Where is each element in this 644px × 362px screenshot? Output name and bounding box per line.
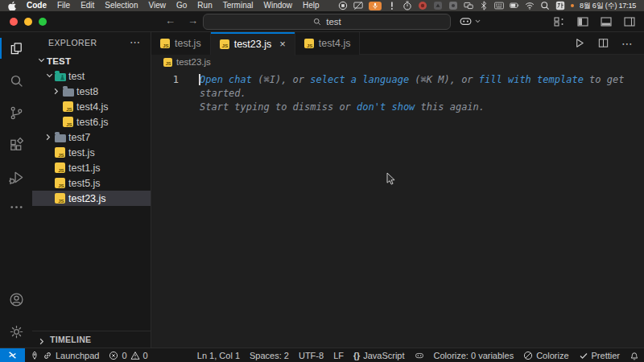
timer-icon[interactable] <box>402 1 412 10</box>
more-actions-icon[interactable]: ⋯ <box>621 37 634 50</box>
tree-item-test[interactable]: test <box>32 68 151 84</box>
tree-item-test8[interactable]: test8 <box>32 84 151 99</box>
tree-item-test.js[interactable]: test.js <box>32 145 151 160</box>
wifi-icon[interactable] <box>525 1 535 10</box>
bluetooth-icon[interactable] <box>479 1 489 10</box>
menu-item-selection[interactable]: Selection <box>105 1 138 10</box>
status-problems[interactable]: 00 <box>104 348 152 362</box>
run-icon[interactable] <box>573 37 585 49</box>
timeline-section-header[interactable]: TIMELINE <box>32 331 151 348</box>
close-icon[interactable]: × <box>279 39 286 49</box>
window-icon[interactable] <box>464 1 473 10</box>
navigate-back-button[interactable]: ← <box>165 14 175 27</box>
ghost-link[interactable]: select a language <box>310 74 409 85</box>
ghost-link[interactable]: Open chat <box>200 74 252 85</box>
activity-extensions[interactable] <box>0 129 32 161</box>
toggle-panel-icon[interactable] <box>600 15 613 28</box>
explorer-more-actions-button[interactable]: ⋯ <box>130 39 141 46</box>
minimize-window-button[interactable] <box>24 18 32 26</box>
copilot-icon <box>459 14 473 28</box>
line-number: 1 <box>151 73 179 87</box>
zoom-window-button[interactable] <box>39 18 47 26</box>
gear-icon <box>8 323 25 340</box>
tree-item-test1.js[interactable]: test1.js <box>32 160 151 175</box>
status-colorize[interactable]: Colorize <box>518 348 573 362</box>
tree-item-TEST[interactable]: TEST <box>32 53 151 68</box>
ghost-link[interactable]: don't show <box>357 101 415 113</box>
navigate-forward-button[interactable]: → <box>188 14 198 27</box>
toggle-primary-sidebar-icon[interactable] <box>576 15 589 28</box>
activity-source-control[interactable] <box>0 97 32 129</box>
status-copilot-status[interactable] <box>410 348 429 362</box>
ghost-link[interactable]: fill with template <box>479 74 584 85</box>
status-remote-indicator[interactable] <box>0 348 25 362</box>
menu-item-code[interactable]: Code <box>27 1 47 10</box>
status-encoding[interactable]: UTF-8 <box>294 348 328 362</box>
tree-item-label: test6.js <box>76 117 109 128</box>
split-editor-icon[interactable] <box>597 37 609 49</box>
activity-more-views[interactable] <box>0 193 32 220</box>
activity-run-debug[interactable] <box>0 161 32 193</box>
status-eol[interactable]: LF <box>328 348 349 362</box>
ghost-text: started. <box>200 88 246 99</box>
tree-item-test6.js[interactable]: test6.js <box>32 114 151 130</box>
tab-test23.js[interactable]: test23.js× <box>211 32 295 56</box>
keyboard-icon[interactable] <box>494 1 504 10</box>
menu-item-go[interactable]: Go <box>176 1 187 10</box>
activity-settings[interactable] <box>0 315 32 348</box>
customize-layout-icon[interactable] <box>553 15 566 28</box>
tab-label: test.js <box>175 38 201 49</box>
editor-content[interactable]: 1 Open chat (⌘I), or select a language (… <box>151 69 644 348</box>
search-value: test <box>326 17 341 27</box>
check-icon <box>579 351 588 360</box>
menu-item-file[interactable]: File <box>57 1 70 10</box>
activity-explorer[interactable] <box>0 32 32 64</box>
exclamation-icon[interactable] <box>387 1 397 10</box>
status-colorize-variables[interactable]: Colorize: 0 variables <box>429 348 519 362</box>
status-language-mode[interactable]: {}JavaScript <box>349 348 410 362</box>
status-indentation[interactable]: Spaces: 2 <box>245 348 294 362</box>
menubar-clock[interactable]: 8월 6일 (수) 17:15 <box>580 1 636 11</box>
tree-item-label: test8 <box>76 86 98 97</box>
tree-item-test5.js[interactable]: test5.js <box>32 175 151 191</box>
menu-item-terminal[interactable]: Terminal <box>223 1 254 10</box>
mic-active-icon[interactable] <box>369 2 382 10</box>
chevron-down-icon <box>36 56 46 67</box>
tree-item-test7[interactable]: test7 <box>32 130 151 145</box>
copilot-menu[interactable] <box>459 14 481 28</box>
app-red-icon[interactable] <box>418 1 427 10</box>
tab-test4.js[interactable]: test4.js <box>295 32 361 55</box>
status-prettier[interactable]: Prettier <box>574 348 625 362</box>
status-launchpad[interactable]: Launchpad <box>25 348 104 362</box>
tree-item-test23.js[interactable]: test23.js <box>32 191 151 206</box>
activity-accounts[interactable] <box>0 283 32 315</box>
apple-logo-icon[interactable] <box>8 1 17 10</box>
app-dark-icon[interactable] <box>433 1 443 10</box>
tree-item-test4.js[interactable]: test4.js <box>32 99 151 114</box>
ime-icon[interactable] <box>555 1 565 10</box>
status-cursor-position[interactable]: Ln 1, Col 1 <box>192 348 245 362</box>
link-icon <box>43 351 52 360</box>
chevron-right-icon <box>37 335 46 344</box>
app-gray-icon[interactable] <box>448 1 458 10</box>
breadcrumb[interactable]: test23.js <box>151 55 644 69</box>
close-window-button[interactable] <box>10 18 18 26</box>
status-notifications[interactable] <box>625 348 644 362</box>
tab-label: test23.js <box>234 39 272 50</box>
tree-item-label: test23.js <box>68 193 106 204</box>
battery-icon[interactable] <box>510 1 519 10</box>
menu-item-window[interactable]: Window <box>264 1 293 10</box>
record-icon[interactable] <box>338 1 348 10</box>
menu-item-help[interactable]: Help <box>303 1 320 10</box>
spotlight-icon[interactable] <box>540 1 550 10</box>
toggle-secondary-sidebar-icon[interactable] <box>623 15 636 28</box>
activity-search[interactable] <box>0 64 32 97</box>
screen-mirroring-icon[interactable] <box>353 1 363 10</box>
menu-item-view[interactable]: View <box>149 1 167 10</box>
menu-item-run[interactable]: Run <box>197 1 212 10</box>
chevron-down-icon <box>44 71 54 82</box>
tab-test.js[interactable]: test.js <box>151 32 211 55</box>
menu-item-edit[interactable]: Edit <box>80 1 94 10</box>
search-icon <box>8 72 25 89</box>
command-center-search[interactable]: test <box>203 14 451 30</box>
